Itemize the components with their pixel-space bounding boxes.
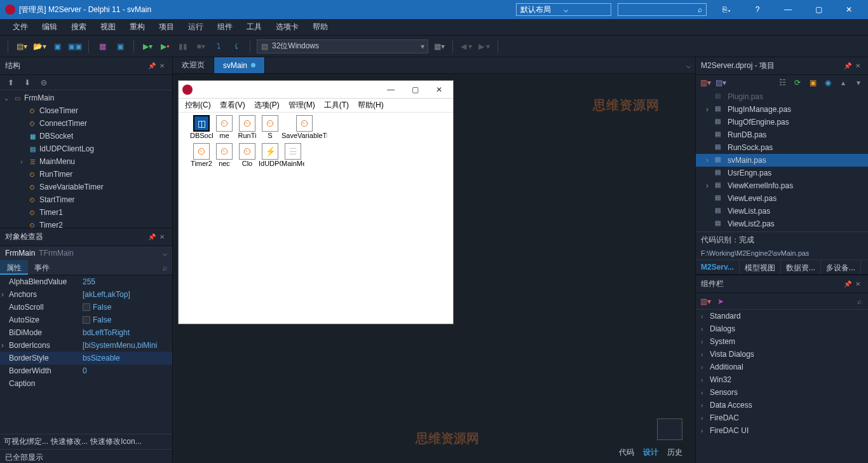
- pin-icon[interactable]: 📌: [843, 62, 853, 69]
- inspector-object-combo[interactable]: FrmMainTFrmMain ⌵: [0, 246, 172, 260]
- view-design-tab[interactable]: 设计: [643, 447, 658, 458]
- project-file[interactable]: ▤ViewLevel.pas: [696, 192, 868, 205]
- form-maximize-icon[interactable]: ▢: [405, 85, 425, 94]
- project-bottom-tab[interactable]: 模型视图: [740, 260, 781, 274]
- inspector-quicklink[interactable]: 快速修改...: [51, 436, 88, 447]
- tab-properties[interactable]: 属性: [0, 260, 28, 275]
- tree-item[interactable]: ⏲RunTimer: [0, 168, 172, 181]
- form-menu-item[interactable]: 帮助(H): [354, 99, 388, 112]
- palette-category[interactable]: ›FireDAC UI: [696, 424, 868, 437]
- tree-item[interactable]: ⏲CloseTimer: [0, 104, 172, 117]
- component[interactable]: ⏲Clo: [236, 143, 259, 167]
- tree-item[interactable]: ⏲ConnectTimer: [0, 117, 172, 130]
- tree-item[interactable]: ⏲SaveVariableTimer: [0, 181, 172, 193]
- new-icon[interactable]: ▤▾: [15, 39, 29, 53]
- search-icon[interactable]: ⌕: [730, 297, 864, 306]
- pin-icon[interactable]: 📌: [147, 233, 157, 240]
- tab-svmain[interactable]: svMain: [214, 57, 265, 73]
- saveall-icon[interactable]: ▣▣: [68, 39, 82, 53]
- property-row[interactable]: BorderWidth0: [0, 364, 172, 377]
- palette-category[interactable]: ›System: [696, 335, 868, 348]
- tab-welcome[interactable]: 欢迎页: [173, 57, 214, 73]
- component[interactable]: ◫DBSocket: [190, 115, 213, 139]
- form-menu-item[interactable]: 控制(C): [181, 99, 215, 112]
- menu-item[interactable]: 项目: [153, 19, 180, 35]
- property-row[interactable]: Caption: [0, 377, 172, 390]
- help-icon[interactable]: ?: [743, 0, 771, 19]
- platform-btn[interactable]: ▦▾: [432, 39, 446, 53]
- property-row[interactable]: BorderIcons[biSystemMenu,biMini: [0, 339, 172, 352]
- menu-item[interactable]: 组件: [211, 19, 239, 35]
- palette-add-icon[interactable]: ▥▾: [700, 296, 711, 307]
- form-minimize-icon[interactable]: —: [381, 85, 401, 94]
- platform-combo[interactable]: ▤32位Windows: [257, 39, 428, 53]
- search-icon[interactable]: ⌕: [157, 260, 172, 275]
- form-menu-item[interactable]: 查看(V): [216, 99, 249, 112]
- menu-item[interactable]: 视图: [94, 19, 122, 35]
- tool2-icon[interactable]: ▣: [113, 39, 127, 53]
- project-bottom-tab[interactable]: 数据资...: [781, 260, 821, 274]
- palette-category[interactable]: ›FireDAC: [696, 411, 868, 424]
- tree-item[interactable]: ▤IdUDPClientLog: [0, 142, 172, 155]
- project-file[interactable]: ›▤ViewKernelInfo.pas: [696, 179, 868, 192]
- close-icon[interactable]: ✕: [157, 62, 167, 69]
- proj-add-icon[interactable]: ▥▾: [700, 77, 711, 88]
- proj-expand-icon[interactable]: ▣: [807, 77, 818, 88]
- project-file[interactable]: ▤RunDB.pas: [696, 128, 868, 141]
- menu-item[interactable]: 搜索: [65, 19, 93, 35]
- menu-item[interactable]: 重构: [123, 19, 151, 35]
- component[interactable]: ⏲RunTi: [236, 115, 259, 139]
- layout-combo[interactable]: 默认布局⌵: [516, 3, 611, 16]
- nav-fwd-icon[interactable]: ▶ ▾: [477, 39, 491, 53]
- close-icon[interactable]: ✕: [157, 233, 167, 240]
- designer-thumb[interactable]: [657, 418, 682, 440]
- form-menu-item[interactable]: 选项(P): [250, 99, 283, 112]
- stop-icon[interactable]: ■▾: [194, 39, 208, 53]
- tabs-more-icon[interactable]: ⌵: [681, 57, 695, 73]
- struct-down-icon[interactable]: ⬇: [20, 76, 34, 90]
- component[interactable]: ⏲Timer2: [190, 143, 213, 167]
- proj-nav-up-icon[interactable]: ▴: [837, 77, 849, 88]
- pin-icon[interactable]: 📌: [147, 62, 157, 69]
- proj-sort-icon[interactable]: ☷: [776, 77, 788, 88]
- header-search[interactable]: ⌕: [618, 3, 707, 16]
- desktop-icon[interactable]: ⎘▾: [713, 0, 741, 19]
- maximize-button[interactable]: ▢: [804, 0, 832, 19]
- view-code-tab[interactable]: 代码: [619, 447, 634, 458]
- palette-category[interactable]: ›Vista Dialogs: [696, 348, 868, 361]
- project-file[interactable]: ▤UsrEngn.pas: [696, 167, 868, 179]
- palette-category[interactable]: ›Win32: [696, 373, 868, 386]
- property-row[interactable]: AutoScrollFalse: [0, 301, 172, 314]
- project-file[interactable]: ▤Plugin.pas: [696, 90, 868, 103]
- step-into-icon[interactable]: ⤹: [229, 39, 243, 53]
- tree-item[interactable]: ▦DBSocket: [0, 130, 172, 142]
- palette-category[interactable]: ›Sensors: [696, 386, 868, 399]
- property-row[interactable]: AlphaBlendValue255: [0, 275, 172, 288]
- tool-icon[interactable]: ▦: [95, 39, 109, 53]
- project-file[interactable]: ▤PlugOfEngine.pas: [696, 116, 868, 128]
- project-file[interactable]: ›▤svMain.pas: [696, 154, 868, 167]
- menu-item[interactable]: 工具: [240, 19, 268, 35]
- project-bottom-tab[interactable]: M2Serv...: [696, 260, 740, 274]
- pause-icon[interactable]: ▮▮: [176, 39, 190, 53]
- form-close-icon[interactable]: ✕: [429, 85, 449, 94]
- tree-root[interactable]: ⌄▭FrmMain: [0, 92, 172, 104]
- project-file[interactable]: ▤ViewList2.pas: [696, 218, 868, 230]
- nav-back-icon[interactable]: ◀ ▾: [459, 39, 473, 53]
- tree-item[interactable]: ›☰MainMenu: [0, 155, 172, 168]
- project-file[interactable]: ▤RunSock.pas: [696, 141, 868, 154]
- component[interactable]: ⚡IdUDPC: [259, 143, 281, 167]
- proj-nav-down-icon[interactable]: ▾: [853, 77, 864, 88]
- menu-item[interactable]: 文件: [6, 19, 34, 35]
- tree-item[interactable]: ⏲StartTimer: [0, 193, 172, 206]
- tree-item[interactable]: ⏲Timer2: [0, 219, 172, 228]
- open-icon[interactable]: 📂▾: [32, 39, 46, 53]
- palette-category[interactable]: ›Standard: [696, 310, 868, 322]
- property-row[interactable]: BorderStylebsSizeable: [0, 352, 172, 364]
- palette-category[interactable]: ›Additional: [696, 361, 868, 373]
- minimize-button[interactable]: —: [774, 0, 802, 19]
- menu-item[interactable]: 选项卡: [269, 19, 305, 35]
- component[interactable]: ⏲SaveVariableTimer: [281, 115, 327, 139]
- menu-item[interactable]: 运行: [182, 19, 210, 35]
- form-menu-item[interactable]: 管理(M): [285, 99, 319, 112]
